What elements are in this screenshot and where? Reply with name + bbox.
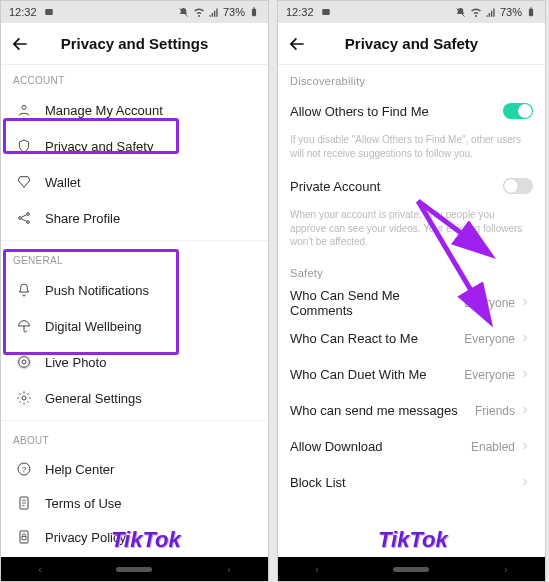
svg-rect-22 <box>530 7 532 8</box>
row-value: Friends <box>475 404 515 418</box>
chevron-right-icon <box>519 368 533 382</box>
row-label: Live Photo <box>45 355 256 370</box>
chevron-right-icon <box>519 476 533 490</box>
chevron-right-icon <box>519 404 533 418</box>
row-allow-find[interactable]: Allow Others to Find Me <box>278 93 545 129</box>
header: Privacy and Safety <box>278 23 545 65</box>
screenshot-right: 12:32 73% Privacy and Safety Discoverabi… <box>277 0 546 582</box>
nav-home-icon[interactable] <box>116 567 152 572</box>
row-label: Digital Wellbeing <box>45 319 256 334</box>
row-help-center[interactable]: ? Help Center <box>1 452 268 486</box>
section-header-general: GENERAL <box>1 245 268 272</box>
nav-home-icon[interactable] <box>393 567 429 572</box>
section-header-safety: Safety <box>278 257 545 285</box>
row-label: Block List <box>290 475 515 490</box>
svg-rect-16 <box>22 536 26 539</box>
row-live-photo[interactable]: Live Photo <box>1 344 268 380</box>
row-react[interactable]: Who Can React to Me Everyone <box>278 321 545 357</box>
row-value: Everyone <box>464 368 515 382</box>
nav-back-icon[interactable]: ‹ <box>315 563 319 575</box>
row-share-profile[interactable]: Share Profile <box>1 200 268 236</box>
help-icon: ? <box>13 458 35 480</box>
row-label: Who Can Duet With Me <box>290 367 464 382</box>
share-icon <box>13 207 35 229</box>
svg-point-4 <box>22 105 26 109</box>
android-navbar: ‹ › <box>1 557 268 581</box>
row-privacy-safety[interactable]: Privacy and Safety <box>1 128 268 164</box>
row-digital-wellbeing[interactable]: Digital Wellbeing <box>1 308 268 344</box>
svg-text:?: ? <box>22 465 27 474</box>
row-label: Share Profile <box>45 211 256 226</box>
row-label: Who Can React to Me <box>290 331 464 346</box>
page-title: Privacy and Safety <box>345 35 478 52</box>
signal-icon <box>485 6 497 18</box>
back-button[interactable] <box>9 33 31 55</box>
svg-rect-2 <box>252 9 256 17</box>
chevron-right-icon <box>519 440 533 454</box>
row-push-notifications[interactable]: Push Notifications <box>1 272 268 308</box>
row-duet[interactable]: Who Can Duet With Me Everyone <box>278 357 545 393</box>
svg-point-5 <box>19 217 22 220</box>
row-general-settings[interactable]: General Settings <box>1 380 268 416</box>
section-header-account: ACCOUNT <box>1 65 268 92</box>
hint-private: When your account is private, only peopl… <box>278 204 545 257</box>
svg-point-9 <box>22 360 26 364</box>
nav-recent-icon[interactable]: › <box>504 563 508 575</box>
lockdoc-icon <box>13 526 35 548</box>
row-label: Help Center <box>45 462 256 477</box>
back-button[interactable] <box>286 33 308 55</box>
signal-icon <box>208 6 220 18</box>
row-label: Push Notifications <box>45 283 256 298</box>
row-blocklist[interactable]: Block List <box>278 465 545 501</box>
row-download[interactable]: Allow Download Enabled <box>278 429 545 465</box>
nav-back-icon[interactable]: ‹ <box>38 563 42 575</box>
row-label: Wallet <box>45 175 256 190</box>
row-comments[interactable]: Who Can Send Me Comments Everyone <box>278 285 545 321</box>
row-label: Private Account <box>290 179 503 194</box>
shield-icon <box>13 135 35 157</box>
row-manage-account[interactable]: Manage My Account <box>1 92 268 128</box>
row-label: Who Can Send Me Comments <box>290 288 464 318</box>
svg-point-8 <box>19 357 30 368</box>
row-value: Everyone <box>464 296 515 310</box>
status-time: 12:32 <box>286 6 314 18</box>
svg-point-6 <box>27 213 30 216</box>
row-terms[interactable]: Terms of Use <box>1 486 268 520</box>
chevron-right-icon <box>519 332 533 346</box>
wifi-icon <box>470 6 482 18</box>
dnd-icon <box>455 6 467 18</box>
toggle-allow-find[interactable] <box>503 103 533 119</box>
row-value: Everyone <box>464 332 515 346</box>
row-label: Privacy Policy <box>45 530 256 545</box>
chevron-right-icon <box>519 296 533 310</box>
svg-point-7 <box>27 221 30 224</box>
statusbar: 12:32 73% <box>278 1 545 23</box>
screenshot-left: 12:32 73% Privacy and Settings ACCOUNT M… <box>0 0 269 582</box>
svg-point-11 <box>22 396 26 400</box>
nav-recent-icon[interactable]: › <box>227 563 231 575</box>
image-icon <box>43 6 55 18</box>
svg-rect-21 <box>529 9 533 17</box>
row-private-account[interactable]: Private Account <box>278 168 545 204</box>
row-privacy-policy[interactable]: Privacy Policy <box>1 520 268 554</box>
privacy-list[interactable]: Discoverability Allow Others to Find Me … <box>278 65 545 557</box>
doc-icon <box>13 492 35 514</box>
row-messages[interactable]: Who can send me messages Friends <box>278 393 545 429</box>
toggle-private[interactable] <box>503 178 533 194</box>
row-value: Enabled <box>471 440 515 454</box>
diamond-icon <box>13 171 35 193</box>
aperture-icon <box>13 351 35 373</box>
page-title: Privacy and Settings <box>61 35 209 52</box>
row-label: Allow Others to Find Me <box>290 104 503 119</box>
row-label: Terms of Use <box>45 496 256 511</box>
row-label: Manage My Account <box>45 103 256 118</box>
settings-list[interactable]: ACCOUNT Manage My Account Privacy and Sa… <box>1 65 268 557</box>
statusbar: 12:32 73% <box>1 1 268 23</box>
svg-rect-3 <box>253 7 255 8</box>
umbrella-icon <box>13 315 35 337</box>
status-time: 12:32 <box>9 6 37 18</box>
section-header-discover: Discoverability <box>278 65 545 93</box>
row-wallet[interactable]: Wallet <box>1 164 268 200</box>
hint-allow-find: If you disable "Allow Others to Find Me"… <box>278 129 545 168</box>
gear-icon <box>13 387 35 409</box>
